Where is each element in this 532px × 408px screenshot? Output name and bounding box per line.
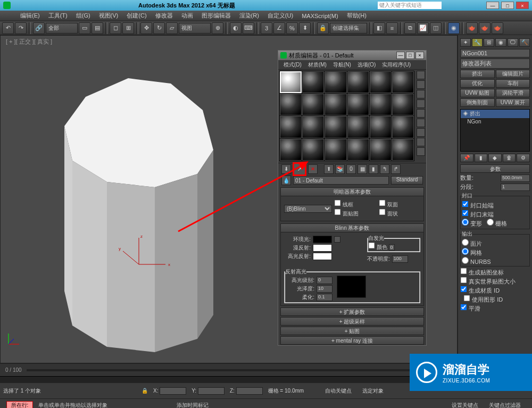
mat-close-button[interactable]: × [415,52,424,59]
minimize-button[interactable]: — [486,2,499,9]
mod-turbosmooth[interactable]: 涡轮平滑 [496,89,530,97]
layer-button[interactable]: ⧉ [404,22,416,34]
go-parent-icon[interactable]: ↰ [380,164,389,174]
reset-material-icon[interactable]: ✕ [308,164,318,174]
lock-icon[interactable]: 🔒 [142,388,148,394]
spec-level-spinner[interactable]: 0 [317,277,332,284]
out-mesh-radio[interactable] [462,248,469,255]
put-to-library-icon[interactable]: 📚 [335,164,345,174]
close-button[interactable]: × [516,2,529,9]
pin-stack-icon[interactable]: 📌 [460,154,473,162]
menu-view[interactable]: 视图(V) [95,12,123,20]
diffuse-swatch[interactable] [313,244,332,252]
z-spinner[interactable] [236,387,263,395]
select-move-button[interactable]: ✥ [140,22,152,34]
menu-customize[interactable]: 自定义(U) [263,12,297,20]
remove-mod-icon[interactable]: 🗑 [503,154,516,162]
link-button[interactable]: 🔗 [33,22,45,34]
render-button[interactable]: 🫖 [492,22,503,34]
object-name-field[interactable]: NGon001 [460,49,530,57]
supersample-rollout[interactable]: + 超级采样 [280,317,424,326]
mod-edit-patch[interactable]: 编辑面片 [496,70,530,78]
material-editor-window[interactable]: 材质编辑器 - 01 - Default — □ × 模式(D) 材质(M) 导… [278,50,427,346]
snap-button[interactable]: 3 [261,22,272,34]
menu-group[interactable]: 组(G) [72,12,95,20]
material-type-button[interactable]: Standard [391,176,423,185]
material-slot[interactable] [392,71,414,93]
pick-material-icon[interactable]: 💧 [281,176,291,185]
motion-tab-icon[interactable]: ◉ [495,38,506,47]
material-slot[interactable] [280,139,302,161]
soften-spinner[interactable]: 0.1 [317,294,332,301]
mat-map-nav-icon[interactable] [417,147,425,156]
help-search-input[interactable]: 键入关键字或短语 [378,2,442,9]
ambient-swatch[interactable] [313,236,332,243]
mod-uvw-unwrap[interactable]: UVW 展开 [496,98,530,107]
material-slot[interactable] [302,94,324,115]
maximize-button[interactable]: □ [501,2,514,9]
mod-lathe[interactable]: 车削 [496,79,530,88]
material-slot[interactable] [370,139,392,161]
go-forward-icon[interactable]: ↱ [391,164,401,174]
display-tab-icon[interactable]: 🖵 [508,38,518,47]
window-crossing-button[interactable]: ⊞ [122,22,134,34]
modifier-stack[interactable]: ◈ 挤出 NGon [460,109,530,152]
opacity-spinner[interactable]: 100 [392,255,408,263]
add-time-tag[interactable]: 添加时间标记 [177,402,209,409]
out-nurbs-radio[interactable] [462,257,469,264]
mentalray-rollout[interactable]: + mental ray 连接 [280,336,424,345]
material-slot[interactable] [347,139,369,161]
stack-item-ngon[interactable]: NGon [461,118,529,125]
menu-tools[interactable]: 工具(T) [44,12,72,20]
manipulate-button[interactable]: ◐ [230,22,242,34]
show-map-icon[interactable]: ▦ [358,164,367,174]
gen-map-check[interactable] [461,268,467,274]
mirror-button[interactable]: ◧ [373,22,385,34]
keyboard-button[interactable]: ⌨ [243,22,254,34]
mat-menu-mode[interactable]: 模式(D) [280,61,305,69]
shader-type-drop[interactable]: (B)Blinn [284,205,332,213]
material-slot[interactable] [370,116,392,138]
grid-radio[interactable] [487,219,494,226]
menu-help[interactable]: 帮助(H) [343,12,371,20]
select-name-button[interactable]: ▤ [92,22,103,34]
shader-rollout-head[interactable]: 明暗器基本参数 [281,188,423,196]
gen-mat-check[interactable] [461,286,467,293]
options-icon[interactable] [417,128,425,137]
material-slot[interactable] [280,71,302,93]
ref-coord-drop[interactable]: 视图 [179,23,211,34]
mod-optimize[interactable]: 优化 [460,79,495,88]
material-slot[interactable] [325,139,346,161]
hierarchy-tab-icon[interactable]: ⊞ [484,38,494,47]
material-slot[interactable] [370,94,392,115]
wire-check[interactable] [335,200,341,206]
mat-menu-options[interactable]: 选项(O) [354,61,379,69]
mod-uvw-map[interactable]: UVW 贴图 [460,89,495,97]
auto-key-button[interactable]: 自动关键点 [325,387,357,395]
selected-drop[interactable]: 选定对象 [362,387,392,395]
utilities-tab-icon[interactable]: 🔨 [519,38,530,47]
material-editor-button[interactable]: ◉ [448,22,460,34]
selfillum-color-check[interactable] [369,243,375,249]
get-material-icon[interactable]: ⬇ [281,164,291,174]
mat-menu-material[interactable]: 材质(M) [305,61,330,69]
material-slot[interactable] [280,94,302,115]
smooth-check[interactable] [461,304,467,311]
mat-max-button[interactable]: □ [406,52,414,59]
show-end-result-icon[interactable]: ▮ [369,164,378,174]
use-shape-check[interactable] [464,295,470,302]
menu-edit[interactable]: 编辑(E) [16,12,44,20]
material-slot[interactable] [347,71,369,93]
material-slot[interactable] [325,71,346,93]
modifier-list-drop[interactable]: 修改器列表 [460,59,530,69]
show-end-icon[interactable]: ▮ [475,154,488,162]
select-by-mat-icon[interactable] [417,138,425,146]
current-line-button[interactable]: 所在行: [6,401,33,409]
sample-type-icon[interactable] [417,71,425,79]
y-spinner[interactable] [198,387,225,395]
selfillum-spinner[interactable]: 0 [389,244,395,251]
create-tab-icon[interactable]: ✦ [460,38,471,47]
viewport-label[interactable]: [ + ][ 正交 ][ 真实 ] [6,38,52,46]
set-key-button[interactable]: 设置关键点 [452,402,484,409]
redo-button[interactable]: ↷ [15,22,27,34]
